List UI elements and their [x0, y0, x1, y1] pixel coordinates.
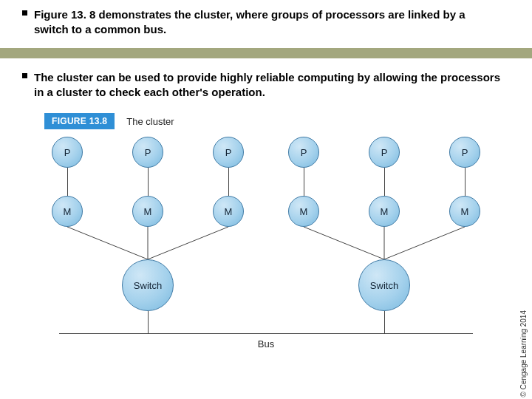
link-line [213, 168, 244, 196]
link-line [52, 168, 83, 196]
memory-node: M [369, 196, 400, 227]
text-fragment: The cluster can be used to [34, 71, 177, 83]
link-line [288, 168, 319, 196]
switch-bus-link [384, 311, 385, 333]
link-line [132, 168, 163, 196]
figure-header: FIGURE 13.8 The cluster [44, 113, 488, 129]
svg-line-0 [67, 227, 148, 259]
link-line [369, 168, 400, 196]
memory-row: M M M [288, 196, 480, 227]
memory-node: M [449, 196, 480, 227]
p-m-links [52, 168, 244, 196]
figure-13-8: FIGURE 13.8 The cluster P P P M M M [0, 107, 532, 349]
section-divider [0, 48, 532, 58]
memory-row: M M M [52, 196, 244, 227]
p-m-links [288, 168, 480, 196]
text-fragment: , where [230, 8, 271, 21]
processor-row: P P P [288, 137, 480, 168]
svg-line-5 [384, 227, 465, 259]
bullet-square-icon [22, 10, 27, 16]
switch-node: Switch [358, 259, 410, 311]
processor-node: P [449, 137, 480, 168]
memory-node: M [213, 196, 244, 227]
copyright-text: © Cengage Learning 2014 [519, 310, 528, 397]
keyword-cluster: cluster [194, 8, 230, 21]
bullet-1-text: Figure 13. 8 demonstrates the cluster, w… [34, 7, 502, 38]
processor-node: P [369, 137, 400, 168]
m-switch-links [288, 227, 480, 259]
figure-tag: FIGURE 13.8 [44, 113, 115, 129]
bullet-2: The cluster can be used to provide highl… [0, 63, 532, 108]
switch-bus-link [148, 311, 149, 333]
cluster-left: P P P M M M Switch [52, 137, 244, 333]
bullet-1: Figure 13. 8 demonstrates the cluster, w… [0, 0, 532, 45]
processor-node: P [132, 137, 163, 168]
memory-node: M [132, 196, 163, 227]
bus-area: Bus [44, 333, 488, 349]
processor-node: P [288, 137, 319, 168]
processor-node: P [52, 137, 83, 168]
figure-title: The cluster [126, 116, 174, 127]
bullet-2-text: The cluster can be used to provide highl… [34, 70, 502, 100]
memory-node: M [52, 196, 83, 227]
text-fragment: Figure 13. 8 demonstrates the [34, 8, 194, 21]
svg-line-3 [304, 227, 384, 259]
m-switch-links [52, 227, 244, 259]
processor-row: P P P [52, 137, 244, 168]
processor-node: P [213, 137, 244, 168]
switch-node: Switch [122, 259, 174, 311]
memory-node: M [288, 196, 319, 227]
cluster-right: P P P M M M Switch [288, 137, 480, 333]
bus-label: Bus [52, 338, 480, 349]
svg-line-2 [148, 227, 228, 259]
bus-line [59, 333, 473, 334]
clusters-row: P P P M M M Switch [44, 137, 488, 333]
bullet-square-icon [22, 73, 27, 78]
link-line [449, 168, 480, 196]
